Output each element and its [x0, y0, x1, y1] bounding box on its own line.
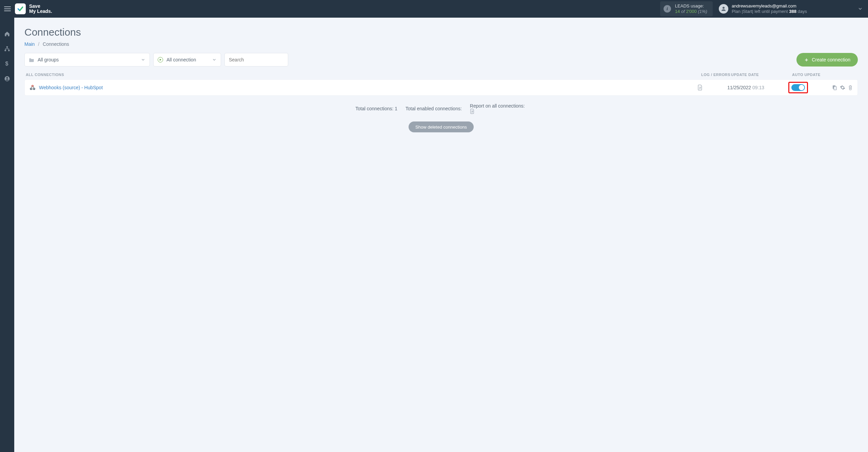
info-icon: i: [664, 5, 671, 13]
copy-icon: [832, 85, 837, 90]
breadcrumb-current: Connections: [43, 41, 69, 47]
table-row: Webhooks (source) - HubSpot 11/25/2022 0…: [24, 79, 858, 96]
user-plan: Plan |Start| left until payment 388 days: [732, 9, 807, 14]
breadcrumb: Main / Connections: [24, 41, 858, 47]
avatar: [719, 4, 728, 14]
brand-line2: My Leads.: [29, 9, 52, 14]
top-bar: Save My Leads. i LEADS usage: 14 of 2'00…: [0, 0, 868, 18]
document-icon: [470, 109, 475, 114]
user-menu[interactable]: andrewsavemyleads@gmail.com Plan |Start|…: [719, 3, 807, 15]
user-email: andrewsavemyleads@gmail.com: [732, 3, 807, 9]
gear-icon: [840, 85, 845, 90]
chevron-down-icon: [858, 6, 863, 11]
check-icon: [17, 5, 24, 12]
svg-point-0: [723, 7, 725, 9]
svg-rect-3: [8, 50, 10, 51]
col-header-log: LOG / ERRORS: [701, 73, 731, 77]
summary-row: Total connections: 1 Total enabled conne…: [24, 103, 858, 114]
nav-connections[interactable]: [4, 45, 11, 52]
groups-select[interactable]: All groups: [24, 53, 150, 67]
summary-enabled: Total enabled connections:: [406, 106, 462, 111]
plus-icon: ＋: [804, 57, 809, 63]
hamburger-menu-button[interactable]: [3, 4, 12, 14]
play-circle-icon: [158, 57, 163, 62]
document-icon: [697, 84, 703, 91]
connection-log-button[interactable]: [697, 84, 727, 91]
svg-point-6: [6, 77, 8, 79]
brand-name: Save My Leads.: [29, 4, 52, 14]
user-icon: [721, 6, 727, 12]
search-input[interactable]: [229, 57, 284, 62]
col-header-auto: AUTO UPDATE: [792, 73, 829, 77]
home-icon: [4, 31, 10, 37]
nav-billing[interactable]: $: [4, 60, 11, 67]
nav-account[interactable]: [4, 75, 11, 82]
breadcrumb-separator: /: [36, 41, 41, 47]
user-circle-icon: [4, 76, 10, 82]
auto-update-highlight: [788, 82, 808, 93]
svg-rect-11: [834, 87, 836, 90]
svg-rect-1: [6, 46, 8, 48]
svg-rect-2: [5, 50, 6, 51]
main-content: Connections Main / Connections All group…: [14, 18, 868, 452]
delete-connection-button[interactable]: [848, 85, 853, 90]
sitemap-icon: [4, 46, 10, 52]
brand-line1: Save: [29, 4, 52, 9]
chevron-down-icon: [212, 57, 217, 62]
status-select[interactable]: All connection: [153, 53, 221, 67]
status-select-label: All connection: [166, 57, 196, 62]
chevron-down-icon: [141, 57, 145, 62]
user-menu-chevron[interactable]: [858, 6, 863, 11]
page-title: Connections: [24, 26, 858, 38]
create-connection-button[interactable]: ＋ Create connection: [796, 53, 858, 67]
folder-icon: [29, 57, 34, 62]
trash-icon: [848, 85, 853, 90]
connection-update-date: 11/25/2022 09:13: [727, 85, 788, 90]
brand-logo[interactable]: [15, 3, 26, 14]
settings-connection-button[interactable]: [840, 85, 845, 90]
nav-home[interactable]: [4, 31, 11, 37]
table-header: ALL CONNECTIONS LOG / ERRORS UPDATE DATE…: [24, 73, 858, 79]
col-header-date: UPDATE DATE: [731, 73, 792, 77]
connection-name-link[interactable]: Webhooks (source) - HubSpot: [39, 85, 103, 90]
usage-value: 14 of 2'000 (1%): [675, 9, 707, 14]
create-connection-label: Create connection: [812, 57, 850, 62]
summary-total: Total connections: 1: [355, 106, 397, 111]
leads-usage-pill[interactable]: i LEADS usage: 14 of 2'000 (1%): [660, 1, 713, 17]
breadcrumb-main-link[interactable]: Main: [24, 41, 35, 47]
dollar-icon: $: [5, 61, 9, 67]
col-header-name: ALL CONNECTIONS: [26, 73, 701, 77]
webhook-icon: [29, 84, 36, 91]
groups-select-label: All groups: [38, 57, 59, 62]
copy-connection-button[interactable]: [832, 85, 837, 90]
search-box[interactable]: [224, 53, 288, 67]
show-deleted-button[interactable]: Show deleted connections: [409, 121, 474, 132]
auto-update-toggle[interactable]: [791, 84, 805, 91]
svg-text:$: $: [5, 61, 8, 67]
summary-report[interactable]: Report on all connections:: [470, 103, 527, 114]
sidebar: $: [0, 18, 14, 452]
usage-label: LEADS usage:: [675, 3, 707, 9]
controls-row: All groups All connection ＋ Create conne…: [24, 53, 858, 67]
